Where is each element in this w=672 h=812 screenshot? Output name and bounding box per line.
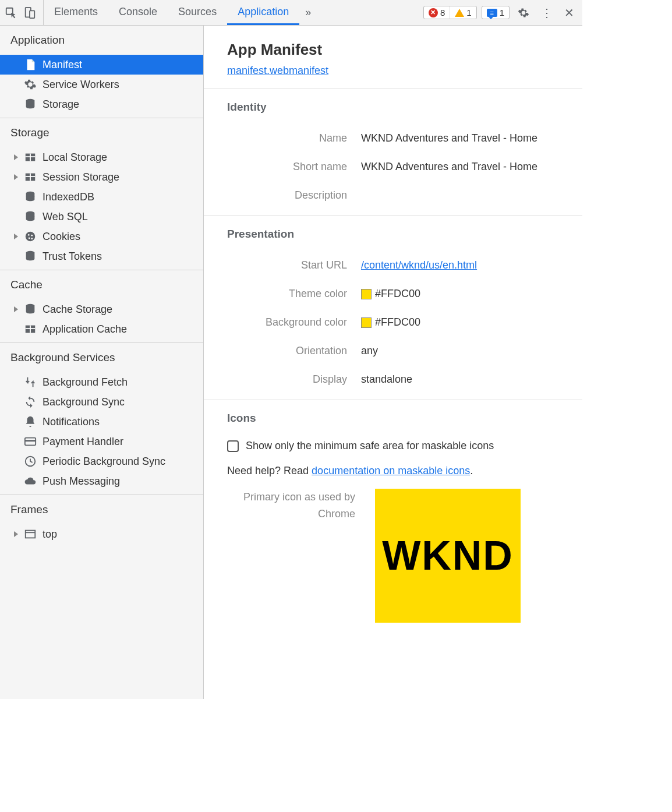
sidebar-item-notifications[interactable]: Notifications bbox=[0, 412, 203, 432]
sidebar-item-label: Periodic Background Sync bbox=[43, 456, 165, 468]
orientation-label: Orientation bbox=[227, 345, 361, 357]
expand-icon[interactable] bbox=[14, 234, 18, 239]
manifest-panel: App Manifest manifest.webmanifest Identi… bbox=[204, 26, 582, 699]
sidebar-section-application: Application bbox=[0, 26, 203, 55]
message-count: 1 bbox=[500, 8, 504, 17]
sidebar-item-label: Application Cache bbox=[43, 323, 127, 336]
display-value: standalone bbox=[361, 373, 559, 386]
tab-application[interactable]: Application bbox=[227, 0, 299, 25]
sync-icon bbox=[24, 396, 37, 408]
console-status-badges[interactable]: ✕ 8 1 bbox=[423, 6, 477, 19]
icons-header: Icons bbox=[227, 412, 559, 425]
bg-color-swatch bbox=[361, 317, 372, 328]
sidebar-item-label: Web SQL bbox=[43, 211, 88, 223]
primary-icon-preview: WKND bbox=[375, 489, 521, 623]
svg-rect-19 bbox=[26, 531, 36, 538]
expand-icon[interactable] bbox=[14, 154, 18, 160]
tab-sources[interactable]: Sources bbox=[168, 0, 227, 25]
expand-icon[interactable] bbox=[14, 306, 18, 312]
sidebar-item-label: IndexedDB bbox=[43, 191, 94, 203]
sidebar-item-background-fetch[interactable]: Background Fetch bbox=[0, 372, 203, 392]
database-icon bbox=[24, 190, 37, 203]
tab-console[interactable]: Console bbox=[108, 0, 168, 25]
sidebar-item-push-messaging[interactable]: Push Messaging bbox=[0, 471, 203, 495]
tabs-overflow-icon[interactable]: » bbox=[299, 6, 317, 19]
sidebar-item-storage[interactable]: Storage bbox=[0, 94, 203, 118]
message-badge[interactable]: ≡ 1 bbox=[482, 6, 510, 19]
sidebar-item-label: Session Storage bbox=[43, 171, 119, 183]
sidebar-item-frame-top[interactable]: top bbox=[0, 524, 203, 544]
sidebar-item-indexeddb[interactable]: IndexedDB bbox=[0, 187, 203, 207]
identity-section: Identity Name WKND Adventures and Travel… bbox=[204, 89, 582, 216]
warning-badge[interactable]: 1 bbox=[450, 6, 476, 19]
maskable-help-text: Need help? Read documentation on maskabl… bbox=[227, 457, 559, 485]
database-icon bbox=[24, 250, 37, 263]
sidebar-item-periodic-background-sync[interactable]: Periodic Background Sync bbox=[0, 451, 203, 471]
cookie-icon bbox=[24, 230, 37, 243]
start-url-label: Start URL bbox=[227, 259, 361, 271]
error-count: 8 bbox=[440, 8, 445, 17]
bell-icon bbox=[24, 415, 37, 428]
svg-point-10 bbox=[31, 235, 33, 236]
sidebar-item-label: Background Fetch bbox=[43, 376, 128, 389]
application-sidebar: Application Manifest Service Workers Sto… bbox=[0, 26, 204, 699]
sidebar-item-cache-storage[interactable]: Cache Storage bbox=[0, 299, 203, 319]
more-icon[interactable]: ⋮ bbox=[537, 6, 556, 20]
inspect-element-icon[interactable] bbox=[5, 6, 17, 19]
sidebar-section-storage: Storage bbox=[0, 118, 203, 147]
close-devtools-icon[interactable]: ✕ bbox=[561, 6, 578, 20]
expand-icon[interactable] bbox=[14, 174, 18, 180]
table-icon bbox=[24, 323, 37, 336]
svg-point-9 bbox=[28, 234, 30, 236]
sidebar-item-manifest[interactable]: Manifest bbox=[0, 55, 203, 75]
database-icon bbox=[24, 210, 37, 223]
sidebar-item-local-storage[interactable]: Local Storage bbox=[0, 147, 203, 167]
presentation-section: Presentation Start URL /content/wknd/us/… bbox=[204, 216, 582, 400]
svg-point-11 bbox=[29, 237, 30, 239]
gear-icon bbox=[24, 78, 37, 91]
sidebar-section-background-services: Background Services bbox=[0, 343, 203, 372]
sidebar-item-label: Cookies bbox=[43, 231, 80, 243]
clock-icon bbox=[24, 455, 37, 468]
sidebar-item-payment-handler[interactable]: Payment Handler bbox=[0, 432, 203, 451]
description-label: Description bbox=[227, 189, 361, 202]
start-url-link[interactable]: /content/wknd/us/en.html bbox=[361, 259, 477, 271]
sidebar-item-trust-tokens[interactable]: Trust Tokens bbox=[0, 246, 203, 270]
short-name-value: WKND Adventures and Travel - Home bbox=[361, 161, 559, 173]
sidebar-item-application-cache[interactable]: Application Cache bbox=[0, 319, 203, 343]
sidebar-item-label: Manifest bbox=[43, 59, 82, 71]
name-label: Name bbox=[227, 132, 361, 144]
manifest-file-link[interactable]: manifest.webmanifest bbox=[227, 65, 328, 76]
expand-icon[interactable] bbox=[14, 531, 18, 537]
database-icon bbox=[24, 303, 37, 316]
sidebar-item-websql[interactable]: Web SQL bbox=[0, 207, 203, 227]
svg-rect-2 bbox=[30, 10, 34, 18]
devtools-toolbar: Elements Console Sources Application » ✕… bbox=[0, 0, 582, 26]
svg-rect-17 bbox=[25, 440, 36, 442]
warning-count: 1 bbox=[466, 8, 471, 17]
sidebar-item-background-sync[interactable]: Background Sync bbox=[0, 392, 203, 412]
window-icon bbox=[24, 528, 37, 541]
icons-section: Icons Show only the minimum safe area fo… bbox=[204, 400, 582, 629]
sidebar-item-label: Push Messaging bbox=[43, 475, 120, 488]
sidebar-item-label: Background Sync bbox=[43, 396, 125, 408]
tab-elements[interactable]: Elements bbox=[44, 0, 108, 25]
sidebar-item-label: Cache Storage bbox=[43, 303, 112, 316]
sidebar-item-session-storage[interactable]: Session Storage bbox=[0, 167, 203, 187]
error-badge[interactable]: ✕ 8 bbox=[424, 6, 450, 19]
sidebar-item-cookies[interactable]: Cookies bbox=[0, 227, 203, 246]
theme-color-swatch bbox=[361, 289, 372, 299]
sidebar-item-service-workers[interactable]: Service Workers bbox=[0, 75, 203, 94]
sidebar-item-label: Payment Handler bbox=[43, 436, 123, 448]
presentation-header: Presentation bbox=[227, 228, 559, 241]
maskable-docs-link[interactable]: documentation on maskable icons bbox=[312, 465, 470, 476]
message-icon: ≡ bbox=[487, 9, 497, 17]
bg-color-label: Background color bbox=[227, 316, 361, 329]
settings-icon[interactable] bbox=[514, 7, 533, 19]
maskable-checkbox[interactable] bbox=[227, 440, 239, 452]
bg-color-value: #FFDC00 bbox=[361, 316, 559, 329]
cloud-icon bbox=[24, 475, 37, 488]
sidebar-item-label: top bbox=[43, 528, 57, 541]
device-toggle-icon[interactable] bbox=[23, 6, 36, 19]
svg-point-8 bbox=[26, 232, 36, 242]
